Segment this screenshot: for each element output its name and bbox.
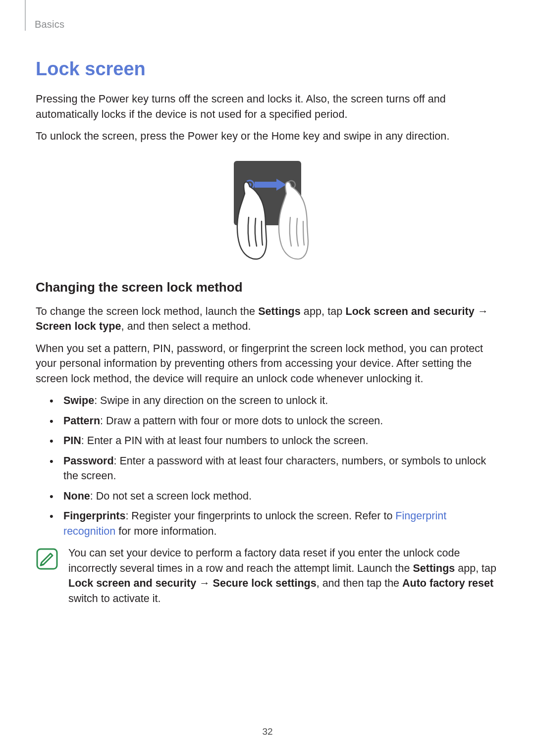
method-desc-pre: : Register your fingerprints to unlock t… (125, 510, 395, 522)
note-icon (36, 546, 59, 606)
text: To change the screen lock method, launch… (36, 305, 258, 317)
change-method-paragraph: To change the screen lock method, launch… (36, 304, 499, 334)
protect-info-paragraph: When you set a pattern, PIN, password, o… (36, 341, 499, 387)
method-name: None (63, 490, 90, 502)
intro-paragraph-2: To unlock the screen, press the Power ke… (36, 129, 499, 144)
list-item: Password: Enter a password with at least… (54, 454, 499, 484)
svg-line-7 (41, 564, 44, 565)
swipe-gesture-icon (219, 158, 316, 262)
method-desc: : Do not set a screen lock method. (90, 490, 252, 502)
arrow-icon: → (475, 305, 488, 317)
auto-factory-reset-label: Auto factory reset (402, 577, 493, 589)
list-item: None: Do not set a screen lock method. (54, 489, 499, 504)
method-name: Fingerprints (63, 510, 125, 522)
swipe-illustration (36, 158, 499, 262)
note-text: You can set your device to perform a fac… (68, 546, 499, 606)
svg-rect-1 (255, 182, 276, 188)
intro-paragraph-1: Pressing the Power key turns off the scr… (36, 92, 499, 122)
menu-path-lock-security: Lock screen and security (68, 577, 196, 589)
method-desc-post: for more information. (115, 525, 216, 537)
breadcrumb: Basics (35, 19, 64, 30)
text: , and then select a method. (121, 320, 251, 332)
method-name: Password (63, 455, 114, 467)
note-block: You can set your device to perform a fac… (36, 546, 499, 606)
text: app, tap (455, 562, 496, 574)
text: app, tap (301, 305, 346, 317)
method-desc: : Enter a password with at least four ch… (63, 455, 486, 482)
text: You can set your device to perform a fac… (68, 547, 460, 574)
menu-path-secure-lock-settings: Secure lock settings (213, 577, 317, 589)
manual-page: Basics Lock screen Pressing the Power ke… (0, 0, 535, 756)
lock-methods-list: Swipe: Swipe in any direction on the scr… (36, 393, 499, 539)
text: , and then tap the (317, 577, 402, 589)
memo-icon (36, 548, 58, 570)
text: switch to activate it. (68, 593, 160, 605)
method-desc: : Swipe in any direction on the screen t… (94, 395, 328, 406)
menu-path-lock-security: Lock screen and security (345, 305, 475, 317)
settings-app-label: Settings (413, 562, 455, 574)
method-desc: : Draw a pattern with four or more dots … (100, 415, 383, 427)
arrow-icon: → (196, 577, 213, 589)
menu-path-screen-lock-type: Screen lock type (36, 320, 121, 332)
page-title: Lock screen (36, 58, 499, 80)
method-name: Swipe (63, 395, 94, 406)
header-rule (25, 0, 26, 31)
settings-app-label: Settings (258, 305, 301, 317)
list-item: Swipe: Swipe in any direction on the scr… (54, 393, 499, 408)
list-item: PIN: Enter a PIN with at least four numb… (54, 433, 499, 449)
method-name: PIN (63, 435, 81, 447)
method-desc: : Enter a PIN with at least four numbers… (81, 435, 369, 447)
method-name: Pattern (63, 415, 100, 427)
list-item: Fingerprints: Register your fingerprints… (54, 508, 499, 539)
list-item: Pattern: Draw a pattern with four or mor… (54, 413, 499, 429)
page-number: 32 (0, 726, 535, 737)
section-heading-change-method: Changing the screen lock method (36, 280, 499, 295)
